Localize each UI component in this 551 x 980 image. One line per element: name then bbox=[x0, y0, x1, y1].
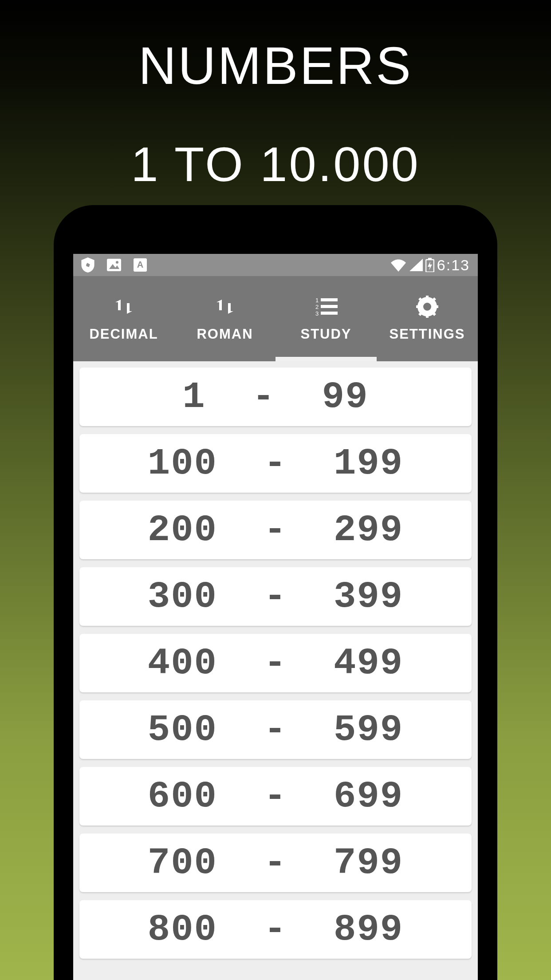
hero-title-line1: NUMBERS bbox=[0, 36, 551, 96]
status-bar: A 6:13 bbox=[73, 254, 478, 276]
swap-icon bbox=[213, 295, 236, 318]
range-card[interactable]: 200 - 299 bbox=[79, 501, 472, 559]
range-card[interactable]: 800 - 899 bbox=[79, 900, 472, 959]
status-time: 6:13 bbox=[437, 257, 470, 274]
range-label: 400 - 499 bbox=[148, 642, 404, 684]
svg-rect-11 bbox=[321, 298, 338, 301]
cell-icon bbox=[409, 259, 423, 271]
range-label: 1 - 99 bbox=[182, 376, 368, 418]
range-card[interactable]: 600 - 699 bbox=[79, 767, 472, 826]
range-card[interactable]: 700 - 799 bbox=[79, 834, 472, 892]
tab-label: STUDY bbox=[300, 326, 351, 342]
tab-label: SETTINGS bbox=[389, 326, 465, 342]
tab-bar: DECIMALROMAN123STUDYSETTINGS bbox=[73, 276, 478, 361]
svg-rect-1 bbox=[107, 259, 121, 271]
gear-icon bbox=[416, 295, 439, 318]
range-label: 500 - 599 bbox=[148, 709, 404, 751]
range-card[interactable]: 500 - 599 bbox=[79, 700, 472, 759]
range-list[interactable]: 1 - 99100 - 199200 - 299300 - 399400 - 4… bbox=[73, 361, 478, 959]
svg-rect-19 bbox=[434, 305, 438, 308]
hero: NUMBERS 1 TO 10.000 bbox=[0, 0, 551, 192]
screen: A 6:13 DECIMALROMAN123STUD bbox=[73, 254, 478, 980]
range-label: 800 - 899 bbox=[148, 909, 404, 951]
svg-text:1: 1 bbox=[315, 297, 319, 304]
svg-text:3: 3 bbox=[315, 310, 319, 316]
status-right: 6:13 bbox=[390, 257, 470, 274]
svg-rect-16 bbox=[426, 296, 429, 300]
range-label: 300 - 399 bbox=[148, 576, 404, 618]
svg-marker-6 bbox=[409, 259, 423, 271]
list-icon: 123 bbox=[315, 295, 338, 318]
range-card[interactable]: 400 - 499 bbox=[79, 634, 472, 692]
hero-title-line2: 1 TO 10.000 bbox=[0, 136, 551, 192]
range-label: 600 - 699 bbox=[148, 775, 404, 818]
range-card[interactable]: 300 - 399 bbox=[79, 567, 472, 626]
text-icon: A bbox=[134, 258, 147, 272]
range-label: 100 - 199 bbox=[148, 443, 404, 485]
image-icon bbox=[107, 259, 121, 271]
tab-decimal[interactable]: DECIMAL bbox=[73, 276, 174, 361]
tab-study[interactable]: 123STUDY bbox=[276, 276, 377, 361]
svg-rect-15 bbox=[321, 312, 338, 315]
shield-icon bbox=[81, 257, 94, 273]
phone-inner: A 6:13 DECIMALROMAN123STUD bbox=[73, 254, 478, 980]
status-left: A bbox=[81, 257, 147, 273]
svg-rect-13 bbox=[321, 305, 338, 308]
svg-text:2: 2 bbox=[315, 304, 319, 310]
svg-rect-18 bbox=[416, 305, 421, 308]
svg-point-3 bbox=[116, 261, 118, 264]
tab-label: ROMAN bbox=[197, 326, 253, 342]
wifi-icon bbox=[390, 258, 407, 272]
svg-rect-17 bbox=[426, 313, 429, 318]
range-label: 700 - 799 bbox=[148, 842, 404, 884]
swap-icon bbox=[112, 295, 135, 318]
svg-point-24 bbox=[424, 303, 431, 310]
range-card[interactable]: 100 - 199 bbox=[79, 434, 472, 493]
tab-settings[interactable]: SETTINGS bbox=[377, 276, 478, 361]
svg-text:A: A bbox=[137, 260, 143, 269]
svg-marker-9 bbox=[428, 261, 432, 270]
range-card[interactable]: 1 - 99 bbox=[79, 368, 472, 426]
phone-frame: A 6:13 DECIMALROMAN123STUD bbox=[54, 205, 497, 980]
range-label: 200 - 299 bbox=[148, 509, 404, 551]
battery-charging-icon bbox=[425, 258, 434, 272]
tab-label: DECIMAL bbox=[89, 326, 158, 342]
tab-roman[interactable]: ROMAN bbox=[174, 276, 276, 361]
